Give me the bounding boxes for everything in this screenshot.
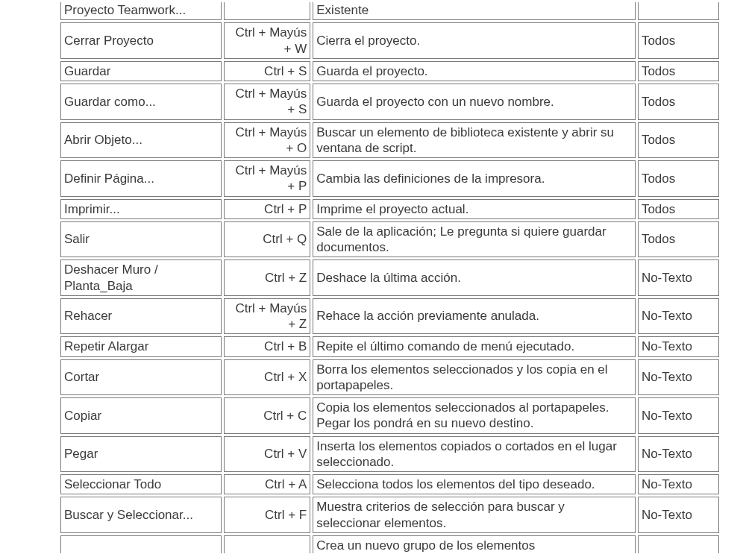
shortcut-cell: Ctrl + Mayús + O [224, 122, 310, 159]
shortcut-cell: Ctrl + S [224, 61, 310, 81]
shortcut-cell: Ctrl + Z [224, 259, 310, 296]
command-cell: Definir Página... [60, 160, 222, 197]
shortcut-cell: Ctrl + B [224, 336, 310, 356]
scope-cell: No-Texto [638, 397, 719, 434]
scope-cell: No-Texto [638, 436, 719, 473]
command-cell: Repetir Alargar [60, 336, 222, 356]
scope-cell: No-Texto [638, 497, 719, 533]
command-cell: Deshacer Muro / Planta_Baja [60, 259, 222, 296]
command-cell: Pegar [60, 436, 222, 473]
table-row: SalirCtrl + QSale de la aplicación; Le p… [60, 221, 719, 258]
description-cell: Guarda el proyecto. [313, 61, 636, 81]
shortcut-cell: Ctrl + C [224, 397, 310, 434]
shortcut-cell: Ctrl + Q [224, 221, 310, 258]
description-cell: Repite el último comando de menú ejecuta… [313, 336, 636, 356]
scope-cell: No-Texto [638, 474, 719, 494]
command-cell: Guardar como... [60, 84, 222, 120]
command-cell: Imprimir... [60, 199, 222, 219]
scope-cell: Todos [638, 84, 719, 120]
description-cell: Existente [313, 2, 636, 20]
shortcut-cell: Ctrl + Mayús + Z [224, 298, 310, 335]
table-row: GuardarCtrl + SGuarda el proyecto.Todos [60, 61, 719, 81]
table-row: Crea un nuevo grupo de los elementos [60, 535, 719, 553]
command-cell: Proyecto Teamwork... [60, 2, 222, 20]
table-row: Cerrar ProyectoCtrl + Mayús + WCierra el… [60, 22, 719, 59]
table-row: Repetir AlargarCtrl + BRepite el último … [60, 336, 719, 356]
table-row: Abrir Objeto...Ctrl + Mayús + OBuscar un… [60, 122, 719, 159]
scope-cell: Todos [638, 122, 719, 159]
table-row: PegarCtrl + VInserta los elementos copia… [60, 436, 719, 473]
table-row: CopiarCtrl + CCopia los elementos selecc… [60, 397, 719, 434]
description-cell: Buscar un elemento de biblioteca existen… [313, 122, 636, 159]
command-cell: Copiar [60, 397, 222, 434]
description-cell: Cambia las definiciones de la impresora. [313, 160, 636, 197]
shortcut-cell: Ctrl + F [224, 497, 310, 533]
shortcut-cell: Ctrl + Mayús + P [224, 160, 310, 197]
scope-cell: No-Texto [638, 359, 719, 396]
shortcut-cell: Ctrl + Mayús + S [224, 84, 310, 120]
command-cell: Buscar y Seleccionar... [60, 497, 222, 533]
shortcut-cell: Ctrl + X [224, 359, 310, 396]
table-row: CortarCtrl + XBorra los elementos selecc… [60, 359, 719, 396]
table-row: Buscar y Seleccionar...Ctrl + FMuestra c… [60, 497, 719, 533]
command-cell: Cortar [60, 359, 222, 396]
shortcut-cell: Ctrl + A [224, 474, 310, 494]
description-cell: Crea un nuevo grupo de los elementos [313, 535, 636, 553]
table-row: Deshacer Muro / Planta_BajaCtrl + ZDesha… [60, 259, 719, 296]
description-cell: Copia los elementos seleccionados al por… [313, 397, 636, 434]
table-row: Imprimir...Ctrl + PImprime el proyecto a… [60, 199, 719, 219]
shortcut-cell: Ctrl + Mayús + W [224, 22, 310, 59]
command-cell: Guardar [60, 61, 222, 81]
description-cell: Imprime el proyecto actual. [313, 199, 636, 219]
description-cell: Borra los elementos seleccionados y los … [313, 359, 636, 396]
scope-cell [638, 2, 719, 20]
scope-cell: No-Texto [638, 298, 719, 335]
table-row: Proyecto Teamwork...Existente [60, 2, 719, 20]
scope-cell: No-Texto [638, 336, 719, 356]
shortcut-cell: Ctrl + P [224, 199, 310, 219]
command-cell [60, 535, 222, 553]
shortcut-cell [224, 535, 310, 553]
description-cell: Rehace la acción previamente anulada. [313, 298, 636, 335]
scope-cell: Todos [638, 22, 719, 59]
shortcut-table: Proyecto Teamwork...ExistenteCerrar Proy… [58, 0, 721, 556]
description-cell: Muestra criterios de selección para busc… [313, 497, 636, 533]
description-cell: Sale de la aplicación; Le pregunta si qu… [313, 221, 636, 258]
table-row: Seleccionar TodoCtrl + ASelecciona todos… [60, 474, 719, 494]
command-cell: Cerrar Proyecto [60, 22, 222, 59]
scope-cell: Todos [638, 61, 719, 81]
command-cell: Abrir Objeto... [60, 122, 222, 159]
shortcut-cell: Ctrl + V [224, 436, 310, 473]
scope-cell: Todos [638, 221, 719, 258]
table-row: Guardar como...Ctrl + Mayús + SGuarda el… [60, 84, 719, 120]
description-cell: Cierra el proyecto. [313, 22, 636, 59]
scope-cell: No-Texto [638, 259, 719, 296]
scope-cell [638, 535, 719, 553]
command-cell: Rehacer [60, 298, 222, 335]
command-cell: Seleccionar Todo [60, 474, 222, 494]
description-cell: Selecciona todos los elementos del tipo … [313, 474, 636, 494]
command-cell: Salir [60, 221, 222, 258]
description-cell: Deshace la última acción. [313, 259, 636, 296]
scope-cell: Todos [638, 199, 719, 219]
description-cell: Inserta los elementos copiados o cortado… [313, 436, 636, 473]
shortcut-cell [224, 2, 310, 20]
table-row: Definir Página...Ctrl + Mayús + PCambia … [60, 160, 719, 197]
scope-cell: Todos [638, 160, 719, 197]
description-cell: Guarda el proyecto con un nuevo nombre. [313, 84, 636, 120]
table-row: RehacerCtrl + Mayús + ZRehace la acción … [60, 298, 719, 335]
